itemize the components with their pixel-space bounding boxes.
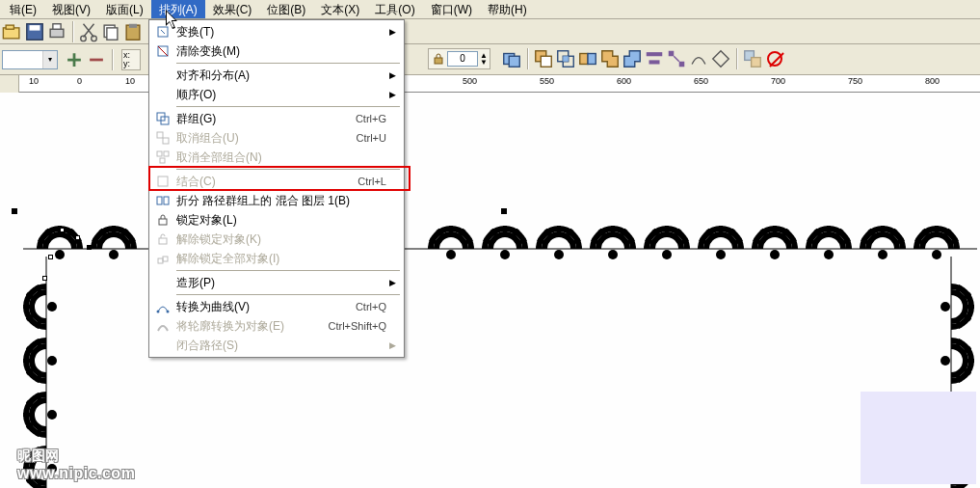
svg-rect-21 — [563, 56, 569, 62]
menu-item-label: 闭合路径(S) — [172, 338, 398, 354]
back-minus-front-icon[interactable] — [622, 48, 643, 69]
menu-item-label: 折分 路径群组上的 混合 图层 1(B) — [172, 193, 398, 209]
intersect-icon[interactable] — [555, 48, 576, 69]
save-icon[interactable] — [24, 21, 45, 42]
group-icon[interactable] — [742, 48, 763, 69]
front-minus-back-icon[interactable] — [599, 48, 621, 69]
svg-rect-9 — [107, 27, 118, 39]
to-curve-icon — [153, 300, 172, 313]
svg-rect-43 — [158, 176, 168, 186]
menu-layout[interactable]: 版面(L) — [98, 0, 151, 18]
ruler-tick-label: 10 — [29, 76, 39, 86]
watermark-logo — [861, 392, 976, 484]
menu-edit[interactable]: 辑(E) — [2, 0, 44, 18]
svg-rect-5 — [53, 23, 61, 29]
menu-window[interactable]: 窗口(W) — [423, 0, 480, 18]
path-node[interactable] — [87, 245, 92, 250]
add-node-icon[interactable] — [64, 49, 85, 70]
toolbar-standard — [0, 19, 980, 44]
menu-tools[interactable]: 工具(O) — [367, 0, 422, 18]
chevron-down-icon: ▾ — [42, 51, 57, 68]
nudge-value[interactable]: 0 — [447, 51, 478, 67]
paste-icon[interactable] — [122, 21, 144, 42]
combine-icon — [153, 175, 172, 188]
menu-item-label: 解除锁定对象(K) — [172, 231, 398, 248]
menu-item-label: 取消组合(U) — [172, 130, 357, 147]
cut-icon[interactable] — [78, 21, 99, 42]
envelope-icon[interactable] — [710, 48, 731, 69]
path-node[interactable] — [48, 255, 53, 259]
ungroup-all-icon — [153, 150, 172, 164]
menu-view[interactable]: 视图(V) — [44, 0, 98, 18]
svg-rect-45 — [164, 197, 169, 204]
svg-rect-4 — [50, 29, 64, 37]
distribute-icon[interactable] — [666, 48, 687, 69]
menu-item-label: 将轮廓转换为对象(E) — [172, 318, 328, 335]
menu-item-outline-to-object: 将轮廓转换为对象(E) Ctrl+Shift+Q — [151, 316, 402, 336]
path-node[interactable] — [42, 276, 47, 281]
menu-help[interactable]: 帮助(H) — [480, 0, 535, 18]
menu-shortcut: Ctrl+Q — [356, 301, 398, 312]
unlock-icon — [153, 232, 172, 246]
menu-item-break-apart[interactable]: 折分 路径群组上的 混合 图层 1(B) — [151, 191, 402, 210]
ruler-tick-label: 0 — [77, 76, 82, 86]
align-icon[interactable] — [644, 48, 665, 69]
group-icon — [153, 112, 172, 125]
svg-point-50 — [157, 311, 160, 313]
menu-item-group[interactable]: 群组(G) Ctrl+G — [151, 109, 402, 128]
print-icon[interactable] — [46, 21, 67, 42]
menu-shortcut: Ctrl+Shift+Q — [328, 320, 398, 332]
menu-item-align[interactable]: 对齐和分布(A) ▶ — [151, 66, 402, 85]
menu-item-transform[interactable]: 变换(T) ▶ — [151, 22, 402, 41]
menu-separator — [176, 106, 400, 107]
canvas[interactable] — [0, 93, 980, 488]
shaping-toolbar — [501, 48, 786, 69]
spinner-icon[interactable]: ▲▼ — [480, 52, 488, 66]
svg-rect-22 — [580, 54, 588, 65]
submenu-arrow-icon: ▶ — [389, 340, 396, 350]
svg-rect-47 — [159, 238, 167, 244]
wrap-icon[interactable] — [688, 48, 709, 69]
svg-rect-3 — [30, 25, 40, 31]
lock-icon[interactable] — [431, 48, 446, 69]
weld-icon[interactable] — [501, 48, 522, 69]
menu-item-shaping[interactable]: 造形(P) ▶ — [151, 273, 402, 292]
svg-rect-42 — [160, 158, 165, 163]
menu-item-lock[interactable]: 锁定对象(L) — [151, 210, 402, 230]
transform-icon — [153, 25, 172, 39]
copy-icon[interactable] — [100, 21, 121, 42]
menu-item-ungroup: 取消组合(U) Ctrl+U — [151, 128, 402, 148]
svg-rect-11 — [129, 23, 137, 27]
menu-item-label: 对齐和分布(A) — [172, 68, 398, 84]
menu-item-unlock-all: 解除锁定全部对象(I) — [151, 249, 402, 268]
path-node[interactable] — [75, 235, 80, 240]
selection-handle[interactable] — [501, 208, 507, 214]
menu-separator — [176, 294, 400, 295]
ruler-tick-label: 500 — [463, 76, 477, 86]
open-icon[interactable] — [2, 21, 23, 42]
menu-item-to-curves[interactable]: 转换为曲线(V) Ctrl+Q — [151, 297, 402, 316]
menu-effects[interactable]: 效果(C) — [205, 0, 260, 18]
simplify-icon[interactable] — [577, 48, 598, 69]
menu-bitmap[interactable]: 位图(B) — [259, 0, 313, 18]
menu-shortcut: Ctrl+G — [356, 113, 398, 124]
ruler-corner — [0, 75, 19, 93]
svg-rect-25 — [649, 60, 660, 64]
ruler-tick-label: 10 — [125, 76, 135, 86]
menu-arrange[interactable]: 排列(A) — [151, 0, 205, 18]
no-fill-icon[interactable] — [764, 48, 785, 69]
svg-rect-14 — [435, 58, 442, 64]
menu-item-order[interactable]: 顺序(O) ▶ — [151, 85, 402, 104]
toolbar-separator — [736, 48, 738, 69]
trim-icon[interactable] — [533, 48, 554, 69]
svg-rect-38 — [157, 132, 163, 138]
path-node[interactable] — [60, 228, 65, 232]
menu-item-label: 解除锁定全部对象(I) — [172, 251, 398, 267]
preset-dropdown[interactable]: ▾ — [2, 50, 58, 69]
menu-text[interactable]: 文本(X) — [313, 0, 367, 18]
menu-item-clear-transform[interactable]: 清除变换(M) — [151, 41, 402, 61]
remove-node-icon[interactable] — [86, 49, 107, 70]
selection-handle[interactable] — [12, 208, 17, 214]
watermark: 昵图网 www.nipic.com — [17, 447, 135, 482]
ungroup-icon — [153, 131, 172, 145]
